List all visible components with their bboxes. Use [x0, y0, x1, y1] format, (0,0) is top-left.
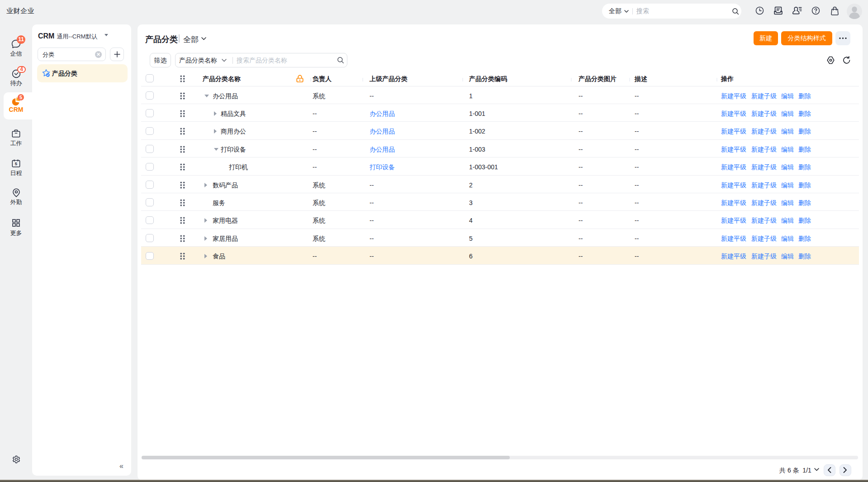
- svg-text:5: 5: [15, 161, 18, 166]
